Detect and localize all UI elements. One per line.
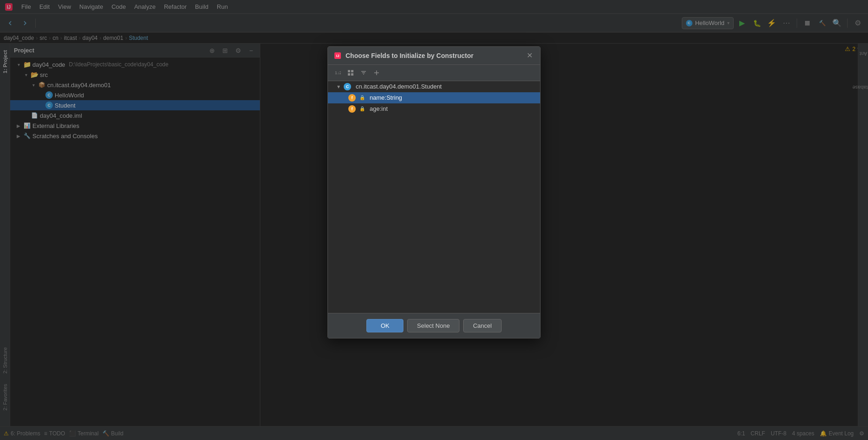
field-lock-icon-name: 🔒 — [359, 95, 365, 100]
svg-text:1↓2: 1↓2 — [335, 70, 341, 75]
field-label-age: age:int — [370, 105, 388, 112]
dialog-title-icon: IJ — [333, 51, 342, 60]
dialog-title-text: Choose Fields to Initialize by Construct… — [346, 52, 521, 59]
dialog-tree: ▾ C cn.itcast.day04.demo01.Student f 🔒 n… — [328, 81, 540, 313]
svg-rect-5 — [348, 70, 350, 72]
class-name: cn.itcast.day04.demo01.Student — [356, 83, 442, 90]
select-none-button[interactable]: Select None — [407, 319, 459, 332]
sort-button[interactable]: 1↓2 — [332, 67, 344, 79]
svg-text:IJ: IJ — [336, 54, 340, 58]
svg-rect-8 — [351, 73, 353, 76]
dialog: IJ Choose Fields to Initialize by Constr… — [327, 46, 541, 338]
class-arrow[interactable]: ▾ — [337, 83, 340, 90]
cancel-button[interactable]: Cancel — [463, 319, 501, 332]
dialog-field-age[interactable]: f 🔒 age:int — [328, 103, 540, 115]
expand-btn[interactable] — [371, 67, 383, 79]
field-label-name: name:String — [370, 94, 402, 101]
dialog-title-bar: IJ Choose Fields to Initialize by Constr… — [328, 47, 540, 65]
toggle-view-btn[interactable] — [345, 67, 357, 79]
dialog-footer: OK Select None Cancel — [328, 313, 540, 338]
filter-btn[interactable] — [358, 67, 370, 79]
class-icon: C — [344, 83, 351, 90]
dialog-close-button[interactable]: ✕ — [524, 51, 535, 61]
modal-overlay: IJ Choose Fields to Initialize by Constr… — [0, 0, 868, 440]
svg-rect-7 — [348, 73, 350, 76]
field-f-icon-name: f — [348, 94, 356, 102]
field-f-icon-age: f — [348, 105, 356, 113]
dialog-class-node[interactable]: ▾ C cn.itcast.day04.demo01.Student — [328, 81, 540, 92]
field-lock-icon-age: 🔒 — [359, 106, 365, 111]
svg-rect-6 — [351, 70, 353, 72]
dialog-toolbar: 1↓2 — [328, 65, 540, 81]
dialog-field-name[interactable]: f 🔒 name:String — [328, 92, 540, 103]
ok-button[interactable]: OK — [366, 319, 403, 332]
